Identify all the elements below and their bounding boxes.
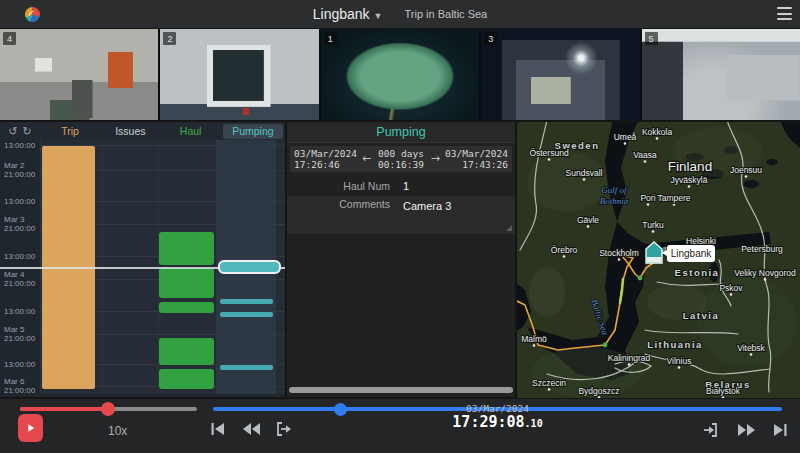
comments-label: Comments [287,196,403,212]
map-label: Lithuania [647,339,703,350]
time-tick-label: 13:00:00 [4,197,40,206]
time-tick-label: 13:00:00 [4,307,40,316]
time-tick-label: Mar 421:00:00 [4,270,40,288]
pumping-event-bar-selected[interactable] [218,260,281,274]
haul-event-bar[interactable] [159,268,214,298]
comments-value[interactable]: Camera 3 [403,196,451,214]
fast-forward-button[interactable] [737,423,756,437]
play-icon [24,421,37,435]
resize-grip-icon[interactable] [506,225,512,231]
map-label: Helsinki [686,236,716,246]
map-label: Petersburg [741,244,783,254]
map-label: Kokkola [642,127,673,137]
city-dot [548,158,551,161]
skip-to-start-button[interactable] [210,422,226,436]
comments-field[interactable]: Comments Camera 3 [287,196,515,234]
map-panel[interactable]: SwedenÖstersundSundsvallUmeåKokkolaVaasa… [517,122,800,398]
trip-subtitle: Trip in Baltic Sea [405,8,488,20]
time-tick-label: 13:00:00 [4,252,40,261]
hamburger-menu-icon[interactable] [777,7,792,20]
track-point [603,343,608,348]
tab-haul[interactable]: Haul [161,124,221,139]
event-start: 03/Mar/202417:26:46 [290,148,362,171]
map-label: Pskov [719,283,743,293]
playback-time: 17:29:08.10 [430,414,565,432]
skip-to-end-button[interactable] [772,423,788,437]
haul-event-bar[interactable] [159,232,214,265]
map-label: Bothnia [600,196,629,206]
map-label: Pori [640,193,655,203]
title-group: Lingbank▼ Trip in Baltic Sea [0,0,800,28]
map-label: Stockholm [599,248,639,258]
pumping-event-bar[interactable] [220,299,273,304]
vessel-title-dropdown[interactable]: Lingbank▼ [313,5,383,23]
event-tab-bar: ↺ ↻ TripIssuesHaulPumping [0,122,285,140]
camera-scene [160,29,318,120]
speed-slider-thumb[interactable] [101,402,115,416]
speed-label: 10x [108,424,127,438]
map-label: Jyväskylä [671,175,708,185]
step-out-button[interactable] [276,422,292,436]
history-icons: ↺ ↻ [0,123,40,139]
camera-feed-1[interactable]: 1 [321,29,479,120]
step-in-button[interactable] [702,423,718,437]
tab-pumping[interactable]: Pumping [223,124,283,139]
city-dot [628,363,631,366]
map-label: Umeå [614,132,637,142]
camera-number-badge: 4 [3,32,16,45]
undo-icon[interactable]: ↺ [8,123,17,139]
city-dot [563,255,566,258]
details-horizontal-scrollbar[interactable] [289,387,513,393]
camera-feed-5[interactable]: 5 [642,29,800,120]
city-dot [745,175,748,178]
baltic-map[interactable]: SwedenÖstersundSundsvallUmeåKokkolaVaasa… [517,122,800,398]
map-label: Gulf of [601,185,628,195]
speed-slider-fill [20,407,108,411]
city-dot [548,388,551,391]
time-tick-label: 13:00:00 [4,141,40,150]
play-button[interactable] [18,414,43,442]
haul-num-value[interactable]: 1 [403,178,409,194]
vessel-label-text: Lingbank [671,248,713,259]
playback-datetime: 03/Mar/2024 17:29:08.10 [430,403,565,432]
playback-bar: 10x 03/Mar/2024 17:29:08.10 [0,398,800,453]
tab-issues[interactable]: Issues [100,124,160,139]
camera-number-badge: 2 [163,32,176,45]
map-label: Finland [668,159,712,174]
map-label: Örebro [551,245,578,255]
event-details-panel: Pumping 03/Mar/202417:26:46 ← 000 days00… [287,122,515,397]
map-label: Bydgoszcz [578,386,619,396]
camera-feed-3[interactable]: 3 [481,29,639,120]
timeline-scrubber-thumb[interactable] [334,403,347,416]
arrow-left-icon: ← [362,153,371,165]
tab-trip[interactable]: Trip [40,124,100,139]
camera-feed-2[interactable]: 2 [160,29,318,120]
camera-scene [642,29,800,120]
haul-event-bar[interactable] [159,369,214,389]
events-timeline[interactable]: 13:00:00Mar 221:00:0013:00:00Mar 321:00:… [0,140,285,394]
map-label: Szczecin [532,378,566,388]
vessel-marker[interactable]: Lingbank [646,242,715,263]
map-label: Sundsvall [566,168,603,178]
top-bar: Lingbank▼ Trip in Baltic Sea [0,0,800,28]
city-dot [652,230,655,233]
pumping-event-bar[interactable] [220,365,273,370]
time-tick-label: Mar 321:00:00 [4,215,40,233]
city-dot [678,366,681,369]
map-label: Białystok [706,386,741,396]
city-dot [688,185,691,188]
haul-event-bar[interactable] [159,338,214,365]
redo-icon[interactable]: ↻ [23,123,32,139]
map-label: Östersund [529,148,568,158]
camera-scene [0,29,158,120]
events-timeline-panel: ↺ ↻ TripIssuesHaulPumping 13:00:00Mar 22… [0,122,285,397]
city-dot [587,225,590,228]
time-tick-label: 13:00:00 [4,360,40,369]
event-duration: 000 days00:16:39 [371,148,431,171]
track-point [638,276,643,281]
haul-event-bar[interactable] [159,302,214,313]
rewind-button[interactable] [242,422,261,436]
map-label: Latvia [683,310,719,321]
camera-feed-4[interactable]: 4 [0,29,158,120]
pumping-event-bar[interactable] [220,312,273,317]
